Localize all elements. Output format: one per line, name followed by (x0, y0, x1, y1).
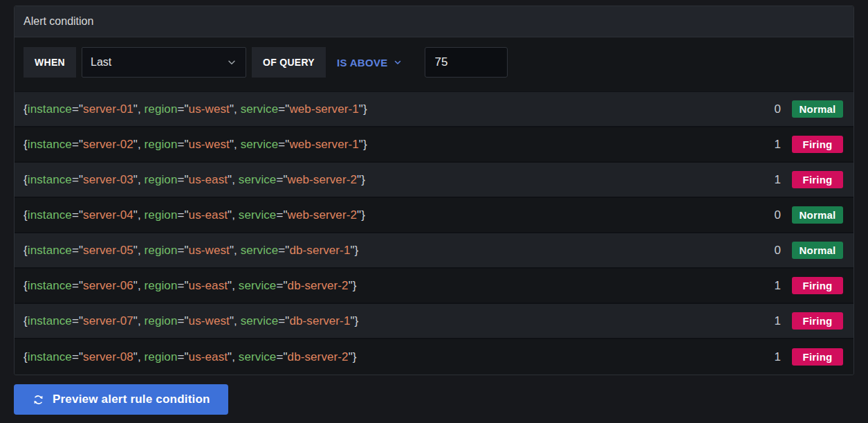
state-badge: Firing (792, 348, 843, 366)
state-badge: Normal (792, 206, 843, 224)
reducer-select[interactable]: Last (82, 47, 246, 78)
series-labels: {instance="server-04", region="us-east",… (24, 208, 365, 222)
series-value: 0 (775, 244, 781, 258)
series-labels: {instance="server-08", region="us-east",… (24, 350, 357, 364)
chevron-down-icon (393, 57, 403, 67)
reducer-select-value: Last (91, 56, 111, 69)
state-badge: Firing (792, 277, 843, 294)
alert-condition-panel: Alert condition WHEN Last OF QUERY IS AB… (14, 6, 854, 375)
series-labels: {instance="server-02", region="us-west",… (24, 138, 367, 152)
when-label: WHEN (24, 47, 76, 78)
chevron-down-icon (226, 57, 237, 68)
state-badge: Firing (792, 171, 843, 188)
series-value: 1 (775, 314, 781, 328)
result-row: {instance="server-07", region="us-west",… (15, 304, 853, 339)
series-labels: {instance="server-03", region="us-east",… (24, 173, 365, 187)
result-row: {instance="server-02", region="us-west",… (15, 127, 853, 163)
refresh-icon (32, 393, 45, 406)
series-value: 0 (775, 102, 781, 116)
series-labels: {instance="server-07", region="us-west",… (24, 314, 358, 328)
result-row: {instance="server-05", region="us-west",… (15, 233, 853, 269)
preview-alert-rule-button[interactable]: Preview alert rule condition (14, 384, 228, 415)
evaluation-results-list: {instance="server-01", region="us-west",… (15, 91, 853, 375)
panel-title: Alert condition (24, 15, 93, 28)
series-value: 1 (775, 279, 781, 293)
operator-value: IS ABOVE (337, 57, 388, 69)
series-value: 1 (775, 350, 781, 364)
series-value: 1 (775, 173, 781, 187)
series-value: 0 (775, 208, 781, 222)
operator-dropdown[interactable]: IS ABOVE (337, 57, 403, 69)
result-row: {instance="server-03", region="us-east",… (15, 163, 853, 198)
result-row: {instance="server-08", region="us-east",… (15, 339, 853, 375)
of-query-label: OF QUERY (252, 47, 326, 78)
result-row: {instance="server-06", region="us-east",… (15, 269, 853, 304)
condition-row: WHEN Last OF QUERY IS ABOVE (15, 37, 853, 91)
series-labels: {instance="server-05", region="us-west",… (24, 244, 358, 258)
preview-button-label: Preview alert rule condition (53, 393, 210, 406)
state-badge: Normal (792, 242, 843, 259)
series-labels: {instance="server-01", region="us-west",… (24, 102, 367, 116)
state-badge: Firing (792, 312, 843, 330)
state-badge: Firing (792, 136, 843, 153)
threshold-input[interactable] (425, 47, 508, 78)
panel-header: Alert condition (15, 6, 853, 37)
series-labels: {instance="server-06", region="us-east",… (24, 279, 357, 293)
result-row: {instance="server-01", region="us-west",… (15, 92, 853, 127)
state-badge: Normal (792, 100, 843, 118)
result-row: {instance="server-04", region="us-east",… (15, 198, 853, 233)
series-value: 1 (775, 138, 781, 152)
